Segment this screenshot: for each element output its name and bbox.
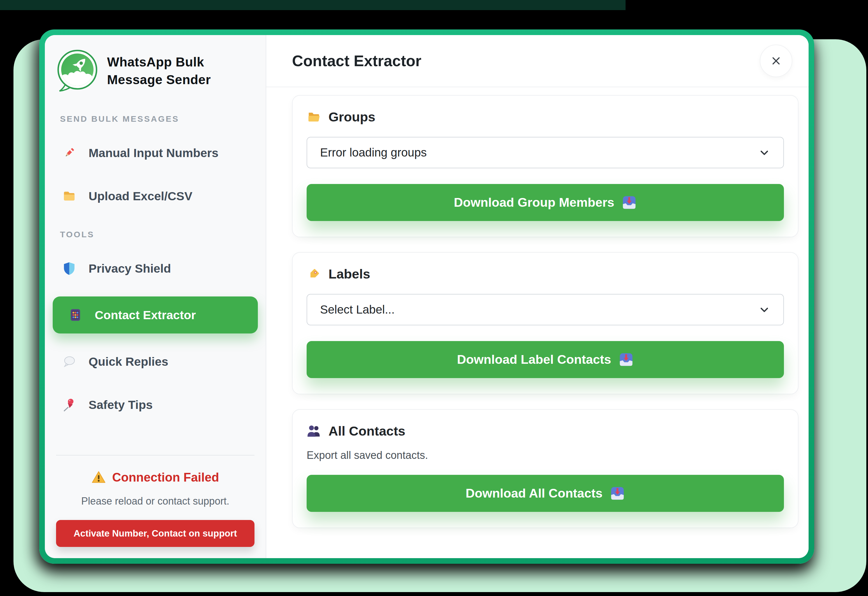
download-group-members-button[interactable]: Download Group Members xyxy=(307,184,784,221)
main-header: Contact Extractor xyxy=(266,35,809,87)
download-label-contacts-label: Download Label Contacts xyxy=(457,352,611,367)
sidebar-item-upload-excel[interactable]: Upload Excel/CSV xyxy=(56,183,254,209)
main-panel: Contact Extractor xyxy=(266,35,809,558)
all-contacts-heading-row: All Contacts xyxy=(307,423,784,439)
rocket-chat-logo-icon xyxy=(56,50,99,92)
connection-message: Please reload or contact support. xyxy=(56,495,254,507)
labels-heading: Labels xyxy=(328,266,370,282)
sidebar-item-label: Privacy Shield xyxy=(89,262,171,275)
labels-heading-row: Labels xyxy=(307,266,784,282)
app-title-line2: Message Sender xyxy=(107,71,211,89)
close-icon xyxy=(769,53,783,68)
label-tag-icon xyxy=(307,267,321,281)
open-folder-icon xyxy=(307,109,321,124)
app-title-line1: WhatsApp Bulk xyxy=(107,53,211,71)
background-top-strip xyxy=(0,0,626,10)
labels-select-value: Select Label... xyxy=(320,303,395,316)
sidebar: WhatsApp Bulk Message Sender SEND BULK M… xyxy=(45,35,266,558)
pencil-icon xyxy=(62,146,76,160)
folder-icon xyxy=(62,189,76,203)
sidebar-item-label: Contact Extractor xyxy=(95,308,196,322)
abacus-icon xyxy=(68,308,83,322)
screenshot-canvas: WhatsApp Bulk Message Sender SEND BULK M… xyxy=(0,0,868,596)
sidebar-item-label: Manual Input Numbers xyxy=(89,146,218,160)
chevron-down-icon xyxy=(758,303,771,316)
sidebar-item-manual-input[interactable]: Manual Input Numbers xyxy=(56,140,254,166)
extension-window: WhatsApp Bulk Message Sender SEND BULK M… xyxy=(39,30,814,564)
all-contacts-card: All Contacts Export all saved contacts. … xyxy=(292,409,799,528)
shield-icon xyxy=(62,262,76,275)
sidebar-item-label: Upload Excel/CSV xyxy=(89,189,192,203)
app-logo-row: WhatsApp Bulk Message Sender xyxy=(56,50,254,92)
activate-number-button[interactable]: Activate Number, Contact on support xyxy=(56,520,254,547)
main-body: Groups Error loading groups Download Gro… xyxy=(266,87,809,558)
sidebar-spacer xyxy=(56,435,254,455)
download-group-members-label: Download Group Members xyxy=(454,195,614,210)
labels-select[interactable]: Select Label... xyxy=(307,294,784,325)
all-contacts-heading: All Contacts xyxy=(328,423,405,439)
connection-failed-row: Connection Failed xyxy=(56,470,254,485)
page-title: Contact Extractor xyxy=(292,52,421,70)
sidebar-item-privacy-shield[interactable]: Privacy Shield xyxy=(56,256,254,281)
groups-select-value: Error loading groups xyxy=(320,146,427,159)
section-label-tools: TOOLS xyxy=(60,230,254,239)
speech-balloon-icon xyxy=(62,355,76,368)
connection-status-block: Connection Failed Please reload or conta… xyxy=(56,455,254,547)
download-all-contacts-label: Download All Contacts xyxy=(465,486,602,501)
sidebar-item-contact-extractor[interactable]: Contact Extractor xyxy=(53,296,258,333)
sidebar-item-label: Quick Replies xyxy=(89,355,168,368)
download-label-contacts-button[interactable]: Download Label Contacts xyxy=(307,341,784,378)
sidebar-item-quick-replies[interactable]: Quick Replies xyxy=(56,349,254,374)
inbox-tray-icon xyxy=(619,352,634,367)
sidebar-item-safety-tips[interactable]: Safety Tips xyxy=(56,392,254,418)
warning-icon xyxy=(92,470,106,485)
groups-heading-row: Groups xyxy=(307,109,784,124)
groups-select[interactable]: Error loading groups xyxy=(307,137,784,168)
inbox-tray-icon xyxy=(621,195,637,210)
groups-card: Groups Error loading groups Download Gro… xyxy=(292,95,799,237)
close-button[interactable] xyxy=(760,44,792,77)
all-contacts-description: Export all saved contacts. xyxy=(307,449,784,461)
busts-icon xyxy=(307,424,321,438)
groups-heading: Groups xyxy=(328,109,375,124)
chevron-down-icon xyxy=(758,146,771,159)
download-all-contacts-button[interactable]: Download All Contacts xyxy=(307,475,784,512)
section-label-send-bulk: SEND BULK MESSAGES xyxy=(60,114,254,124)
connection-failed-text: Connection Failed xyxy=(112,470,219,484)
app-title: WhatsApp Bulk Message Sender xyxy=(107,53,211,89)
inbox-tray-icon xyxy=(610,486,625,501)
labels-card: Labels Select Label... Download Label Co… xyxy=(292,252,799,394)
sidebar-item-label: Safety Tips xyxy=(89,398,153,412)
pushpin-icon xyxy=(62,398,76,412)
